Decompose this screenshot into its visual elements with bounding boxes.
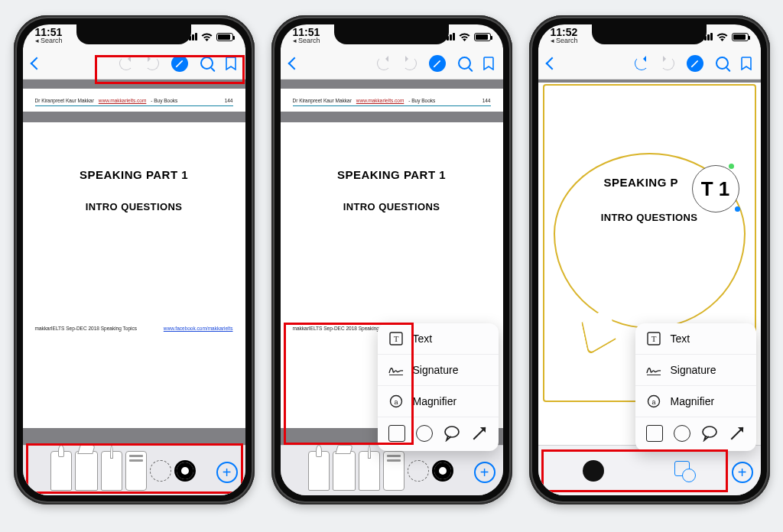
signature-icon — [388, 362, 404, 378]
search-button[interactable] — [200, 57, 213, 70]
markup-toolbar — [281, 445, 503, 495]
eraser-tool[interactable] — [125, 451, 147, 491]
page-heading-2: INTRO QUESTIONS — [538, 212, 761, 223]
svg-text:T: T — [651, 334, 656, 343]
shape-circle[interactable] — [416, 425, 433, 442]
shape-arrow[interactable] — [471, 425, 488, 442]
page-heading-1: SPEAKING PART 1 — [35, 168, 233, 181]
popover-text-option[interactable]: T Text — [635, 323, 756, 355]
shape-circle[interactable] — [674, 425, 690, 442]
status-back-label: ◂ Search — [35, 37, 63, 45]
top-toolbar — [538, 47, 761, 79]
top-toolbar — [23, 47, 245, 79]
screen-1: 11:51 ◂ Search — [23, 24, 245, 495]
back-button[interactable] — [288, 57, 301, 70]
shape-arrow[interactable] — [729, 425, 746, 442]
wifi-icon — [459, 33, 470, 41]
shape-rectangle[interactable] — [388, 425, 405, 442]
svg-text:a: a — [651, 398, 655, 406]
popover-signature-option[interactable]: Signature — [378, 355, 499, 386]
popover-signature-option[interactable]: Signature — [635, 355, 756, 386]
redo-button[interactable] — [661, 57, 674, 70]
content-area[interactable]: Dr Kiranpreet Kaur Makkarwww.makkarielts… — [23, 79, 245, 445]
popover-magnifier-option[interactable]: a Magnifier — [378, 386, 499, 417]
undo-button[interactable] — [635, 57, 648, 70]
lasso-tool[interactable] — [408, 460, 429, 482]
svg-text:T: T — [393, 334, 398, 343]
color-picker[interactable] — [432, 460, 453, 482]
notch — [334, 24, 449, 44]
bookmark-button[interactable] — [226, 57, 236, 70]
shape-speech-bubble[interactable] — [443, 425, 460, 442]
notch — [592, 24, 707, 44]
markup-button[interactable] — [687, 55, 703, 72]
bookmark-button[interactable] — [483, 57, 494, 70]
status-back-label: ◂ Search — [293, 37, 320, 45]
page-header-strip: Dr Kiranpreet Kaur Makkarwww.makkarielts… — [23, 89, 245, 112]
add-shape-button[interactable]: + — [474, 462, 495, 483]
redo-button[interactable] — [403, 57, 417, 70]
status-time: 11:52 — [551, 28, 578, 37]
eraser-tool[interactable] — [383, 451, 404, 491]
redo-button[interactable] — [145, 57, 159, 70]
document-page: SPEAKING PART 1 INTRO QUESTIONS makkarIE… — [23, 122, 245, 428]
phone-frame-1: 11:51 ◂ Search — [14, 15, 255, 504]
svg-point-5 — [445, 427, 459, 437]
add-shape-popover: T Text Signature a Magnifier — [378, 323, 499, 451]
back-button[interactable] — [545, 57, 558, 70]
bookmark-button[interactable] — [741, 57, 752, 70]
text-box-icon: T — [388, 331, 404, 346]
wifi-icon — [716, 33, 728, 41]
markup-toolbar — [23, 445, 245, 495]
add-shape-popover: T Text Signature a Magnifier — [635, 323, 756, 451]
magnifier-loupe-icon: a — [388, 394, 404, 409]
status-time: 11:51 — [293, 28, 320, 37]
battery-icon — [732, 33, 749, 41]
markup-button[interactable] — [171, 55, 188, 72]
popover-shapes-row — [378, 417, 499, 451]
magnifier-resize-handle[interactable] — [729, 164, 734, 169]
undo-button[interactable] — [119, 57, 133, 70]
text-box-icon: T — [646, 331, 661, 346]
search-button[interactable] — [716, 57, 729, 70]
popover-shapes-row — [635, 417, 756, 451]
shape-speech-bubble[interactable] — [701, 425, 718, 442]
signature-icon — [646, 362, 661, 378]
undo-button[interactable] — [377, 57, 391, 70]
markup-button[interactable] — [429, 55, 446, 72]
lasso-tool[interactable] — [150, 460, 171, 482]
svg-point-12 — [703, 427, 716, 437]
fill-color-swatch[interactable] — [583, 460, 604, 482]
screen-3: 11:52 ◂ Search Dr Kiran — [538, 24, 761, 495]
battery-icon — [216, 33, 233, 41]
phone-frame-3: 11:52 ◂ Search Dr Kiran — [529, 15, 770, 504]
markup-toolbar-shape-mode — [538, 445, 761, 495]
magnifier-zoom-handle[interactable] — [735, 206, 740, 212]
highlighter-tool[interactable] — [75, 451, 98, 491]
pen-tool[interactable] — [50, 451, 72, 491]
shape-rectangle[interactable] — [646, 425, 663, 442]
page-heading-1: SPEAKING PART 1 — [293, 168, 491, 181]
pen-tool[interactable] — [308, 451, 330, 491]
popover-magnifier-option[interactable]: a Magnifier — [635, 386, 756, 417]
magnifier-loupe-overlay[interactable]: T 1 — [692, 165, 739, 212]
shape-style-button[interactable] — [674, 461, 694, 481]
pencil-tool[interactable] — [359, 451, 380, 491]
svg-text:a: a — [394, 398, 398, 406]
battery-icon — [474, 33, 491, 41]
add-shape-button[interactable]: + — [216, 462, 238, 483]
page-heading-2: INTRO QUESTIONS — [35, 201, 233, 212]
add-shape-button[interactable]: + — [732, 462, 753, 483]
magnifier-loupe-icon: a — [646, 394, 661, 409]
page-header-strip: Dr Kiranpreet Kaur Makkarwww.makkarielts… — [281, 89, 503, 112]
back-button[interactable] — [30, 57, 43, 70]
highlighter-tool[interactable] — [333, 451, 356, 491]
popover-text-option[interactable]: T Text — [378, 323, 499, 355]
color-picker[interactable] — [174, 460, 196, 482]
pencil-tool[interactable] — [101, 451, 122, 491]
phone-frame-2: 11:51 ◂ Search Dr Kiranpreet K — [271, 15, 512, 504]
notch — [76, 24, 191, 44]
search-button[interactable] — [458, 57, 471, 70]
top-toolbar — [281, 47, 503, 79]
status-back-label: ◂ Search — [551, 37, 578, 45]
